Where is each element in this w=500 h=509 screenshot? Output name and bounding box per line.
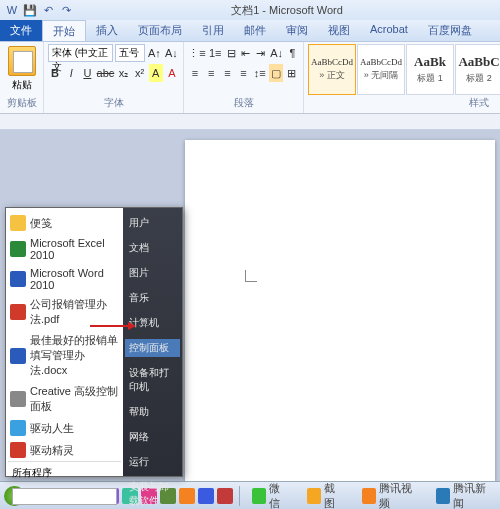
taskbar-task-3[interactable]: 腾讯新闻 bbox=[430, 479, 496, 510]
numbering-button[interactable]: 1≡ bbox=[208, 44, 223, 62]
taskbar-tasks: 微信截图腾讯视频腾讯新闻 bbox=[246, 479, 496, 510]
tab-home[interactable]: 开始 bbox=[42, 20, 86, 41]
start-item-2[interactable]: Microsoft Word 2010 bbox=[8, 264, 121, 294]
align-right-button[interactable]: ≡ bbox=[220, 64, 234, 82]
shrink-font-icon[interactable]: A↓ bbox=[164, 44, 179, 62]
tab-baidu[interactable]: 百度网盘 bbox=[418, 20, 482, 41]
sub-button[interactable]: x₂ bbox=[116, 64, 130, 82]
sort-button[interactable]: A↓ bbox=[269, 44, 284, 62]
tab-view[interactable]: 视图 bbox=[318, 20, 360, 41]
start-right-2[interactable]: 图片 bbox=[125, 264, 180, 282]
group-styles: AaBbCcDd» 正文AaBbCcDd» 无间隔AaBk标题 1AaBbC标题… bbox=[304, 42, 500, 113]
taskbar-task-2[interactable]: 腾讯视频 bbox=[356, 479, 422, 510]
start-right-1[interactable]: 文档 bbox=[125, 239, 180, 257]
shading-button[interactable]: ▢ bbox=[269, 64, 283, 82]
tray-icon-9[interactable] bbox=[198, 488, 214, 504]
search-input[interactable] bbox=[12, 488, 117, 505]
tab-ref[interactable]: 引用 bbox=[192, 20, 234, 41]
indent-dec-button[interactable]: ⇤ bbox=[239, 44, 252, 62]
start-menu-right: 用户文档图片音乐计算机控制面板设备和打印机帮助网络运行安装与卸载软件Win10桌… bbox=[123, 208, 182, 476]
start-menu: 便笺Microsoft Excel 2010Microsoft Word 201… bbox=[5, 207, 183, 477]
start-item-0[interactable]: 便笺 bbox=[8, 212, 121, 234]
start-right-6[interactable]: 设备和打印机 bbox=[125, 364, 180, 396]
tab-acrobat[interactable]: Acrobat bbox=[360, 20, 418, 41]
title-bar: W 💾 ↶ ↷ 文档1 - Microsoft Word bbox=[0, 0, 500, 20]
font-group-label: 字体 bbox=[48, 95, 179, 111]
start-right-3[interactable]: 音乐 bbox=[125, 289, 180, 307]
bullets-button[interactable]: ⋮≡ bbox=[188, 44, 206, 62]
start-right-9[interactable]: 运行 bbox=[125, 453, 180, 471]
underline-button[interactable]: U bbox=[80, 64, 94, 82]
style-item-1[interactable]: AaBbCcDd» 无间隔 bbox=[357, 44, 405, 95]
tray-icon-10[interactable] bbox=[217, 488, 233, 504]
paste-label: 粘贴 bbox=[12, 78, 32, 92]
cursor-mark bbox=[245, 270, 257, 282]
annotation-arrow bbox=[90, 325, 130, 327]
start-item-7[interactable]: 驱动精灵 bbox=[8, 439, 121, 461]
ribbon-tabs: 文件 开始 插入 页面布局 引用 邮件 审阅 视图 Acrobat 百度网盘 bbox=[0, 20, 500, 42]
redo-icon[interactable]: ↷ bbox=[58, 2, 74, 18]
undo-icon[interactable]: ↶ bbox=[40, 2, 56, 18]
paste-icon bbox=[8, 46, 36, 76]
style-item-3[interactable]: AaBbC标题 2 bbox=[455, 44, 500, 95]
group-clipboard: 粘贴 剪贴板 bbox=[0, 42, 44, 113]
tab-layout[interactable]: 页面布局 bbox=[128, 20, 192, 41]
start-item-5[interactable]: Creative 高级控制面板 bbox=[8, 381, 121, 417]
all-programs[interactable]: 所有程序 bbox=[8, 461, 121, 484]
show-marks-button[interactable]: ¶ bbox=[286, 44, 299, 62]
start-menu-left: 便笺Microsoft Excel 2010Microsoft Word 201… bbox=[6, 208, 123, 476]
taskbar-task-1[interactable]: 截图 bbox=[301, 479, 348, 510]
borders-button[interactable]: ⊞ bbox=[285, 64, 299, 82]
italic-button[interactable]: I bbox=[64, 64, 78, 82]
font-size-select[interactable]: 五号 bbox=[115, 44, 144, 62]
page[interactable] bbox=[185, 140, 495, 490]
align-center-button[interactable]: ≡ bbox=[204, 64, 218, 82]
group-font: 宋体 (中文正文 五号 A↑ A↓ B I U abc x₂ x² A A 字体 bbox=[44, 42, 184, 113]
tab-file[interactable]: 文件 bbox=[0, 20, 42, 41]
indent-inc-button[interactable]: ⇥ bbox=[254, 44, 267, 62]
font-color-button[interactable]: A bbox=[165, 64, 179, 82]
multilevel-button[interactable]: ⊟ bbox=[225, 44, 238, 62]
start-right-5[interactable]: 控制面板 bbox=[125, 339, 180, 357]
ruler bbox=[0, 114, 500, 130]
word-icon[interactable]: W bbox=[4, 2, 20, 18]
paste-button[interactable]: 粘贴 bbox=[4, 44, 39, 94]
style-item-2[interactable]: AaBk标题 1 bbox=[406, 44, 454, 95]
style-item-0[interactable]: AaBbCcDd» 正文 bbox=[308, 44, 356, 95]
start-right-0[interactable]: 用户 bbox=[125, 214, 180, 232]
taskbar-separator bbox=[239, 486, 240, 506]
search-box-wrap bbox=[8, 484, 121, 509]
styles-group-label: 样式 bbox=[308, 95, 500, 111]
justify-button[interactable]: ≡ bbox=[236, 64, 250, 82]
font-name-select[interactable]: 宋体 (中文正文 bbox=[48, 44, 113, 62]
start-right-7[interactable]: 帮助 bbox=[125, 403, 180, 421]
line-spacing-button[interactable]: ↕≡ bbox=[253, 64, 267, 82]
save-icon[interactable]: 💾 bbox=[22, 2, 38, 18]
highlight-button[interactable]: A bbox=[149, 64, 163, 82]
start-right-8[interactable]: 网络 bbox=[125, 428, 180, 446]
tab-mail[interactable]: 邮件 bbox=[234, 20, 276, 41]
align-left-button[interactable]: ≡ bbox=[188, 64, 202, 82]
bold-button[interactable]: B bbox=[48, 64, 62, 82]
para-group-label: 段落 bbox=[188, 95, 299, 111]
clipboard-group-label: 剪贴板 bbox=[4, 95, 39, 111]
tab-review[interactable]: 审阅 bbox=[276, 20, 318, 41]
ribbon: 粘贴 剪贴板 宋体 (中文正文 五号 A↑ A↓ B I U abc x₂ x²… bbox=[0, 42, 500, 114]
start-item-4[interactable]: 最佳最好的报销单填写管理办法.docx bbox=[8, 330, 121, 381]
tray-icon-8[interactable] bbox=[179, 488, 195, 504]
start-item-1[interactable]: Microsoft Excel 2010 bbox=[8, 234, 121, 264]
group-paragraph: ⋮≡ 1≡ ⊟ ⇤ ⇥ A↓ ¶ ≡ ≡ ≡ ≡ ↕≡ ▢ ⊞ 段落 bbox=[184, 42, 304, 113]
taskbar-task-0[interactable]: 微信 bbox=[246, 479, 293, 510]
start-item-6[interactable]: 驱动人生 bbox=[8, 417, 121, 439]
quick-access-toolbar: W 💾 ↶ ↷ bbox=[4, 2, 74, 18]
window-title: 文档1 - Microsoft Word bbox=[78, 3, 496, 18]
sup-button[interactable]: x² bbox=[133, 64, 147, 82]
grow-font-icon[interactable]: A↑ bbox=[147, 44, 162, 62]
strike-button[interactable]: abc bbox=[96, 64, 114, 82]
tab-insert[interactable]: 插入 bbox=[86, 20, 128, 41]
start-right-10[interactable]: 安装与卸载软件 bbox=[125, 478, 180, 509]
